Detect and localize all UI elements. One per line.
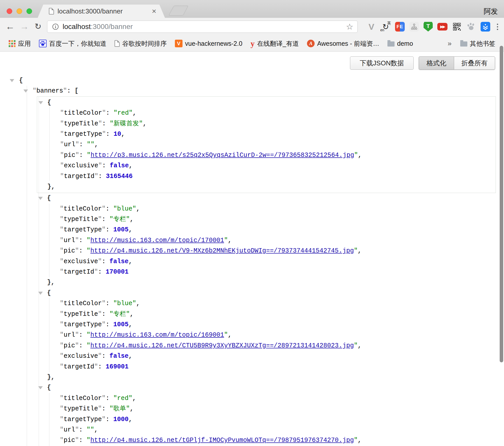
json-token: "专栏" [109,310,130,318]
json-link[interactable]: http://p4.music.126.net/V9-MXz6b2MNhEKju… [90,247,354,255]
json-link[interactable]: http://music.163.com/m/topic/169001 [90,331,224,339]
json-token: " [60,321,64,328]
json-link[interactable]: http://p3.music.126.net/s25q2x5QyqsAzilC… [91,152,354,159]
json-token: " [60,258,64,265]
format-button[interactable]: 格式化 [419,56,454,70]
json-link[interactable]: http://music.163.com/m/topic/170001 [90,237,224,244]
json-token: }, [47,374,55,381]
forward-icon[interactable]: → [20,21,29,32]
json-token: url [64,426,75,434]
json-token: " [60,205,64,213]
json-token: 169001 [106,363,129,370]
json-token: , [94,141,98,148]
fe-extension-icon[interactable]: FE [395,22,405,32]
bookmark-google-sort[interactable]: 谷歌按时间排序 [113,39,169,48]
close-window-button[interactable] [7,8,12,14]
tab-close-icon[interactable]: × [152,7,156,15]
json-line: "pic": "http://p4.music.126.net/tGPljf-I… [0,435,504,445]
json-line: { [0,382,504,393]
json-token: " [75,342,79,349]
json-token: " [354,247,358,255]
json-link[interactable]: http://p4.music.126.net/tGPljf-IMOCyPvum… [90,437,354,444]
collapse-toggle-icon[interactable] [38,386,43,389]
json-token: " [60,395,64,402]
json-line: }, [0,277,504,288]
back-icon[interactable]: ← [6,21,15,32]
json-token: " [60,162,64,169]
json-line: "exclusive": false, [37,160,496,171]
browser-tab[interactable]: localhost:3000/banner × [38,5,165,18]
json-token: "专栏" [109,216,130,223]
other-bookmarks-folder[interactable]: 其他书签 [458,39,497,48]
collapse-toggle-icon[interactable] [38,292,43,295]
new-tab-button[interactable] [168,6,188,16]
reload-icon[interactable]: ↻ [35,21,41,32]
json-line: "pic": "http://p3.music.126.net/s25q2x5Q… [37,150,496,160]
address-bar[interactable]: i localhost:3000/banner ☆ [47,21,358,33]
json-line: "titleColor": "red", [37,108,496,118]
page-info-icon[interactable]: i [52,24,59,30]
downloader-icon[interactable] [481,22,490,32]
bookmark-star-icon[interactable]: ☆ [346,22,353,32]
json-token: " [224,237,228,244]
qr-code-icon[interactable] [452,22,462,32]
json-token: , [94,426,98,434]
bookmark-label: 应用 [18,39,31,48]
json-token: " [75,141,79,148]
json-token: : [106,130,114,138]
collapse-toggle-icon[interactable] [38,197,43,200]
url-text[interactable]: localhost:3000/banner [63,23,133,31]
json-token: : [106,205,113,213]
shield-t-icon[interactable]: T [424,22,433,32]
json-line: "url": "http://music.163.com/m/topic/170… [0,235,504,246]
bookmark-youdao[interactable]: y 在线翻译_有道 [248,39,301,48]
youdao-y-icon: y [250,39,255,48]
json-token: "red" [114,109,133,117]
bookmark-demo-folder[interactable]: demo [385,40,415,47]
json-token: " [94,173,98,180]
bookmark-label: 其他书签 [470,39,495,48]
bookmark-baidu[interactable]: 百度一下，你就知道 [37,39,108,48]
json-token: : [106,416,113,423]
json-token: typeTitle [64,216,98,223]
collapse-all-button[interactable]: 折叠所有 [454,56,495,70]
json-link[interactable]: http://p4.music.126.net/CTU5B9R9y3XyYBZX… [90,342,354,349]
bookmark-awesomes[interactable]: A Awesomes - 前端资… [305,39,381,48]
minimize-window-button[interactable] [17,8,22,14]
collapse-toggle-icon[interactable] [23,90,28,93]
json-line: "titleColor": "red", [0,393,504,404]
translate-top-char: 英 [387,21,391,26]
json-token: targetType [64,416,102,423]
paw-icon[interactable] [466,22,476,32]
json-token: url [64,141,75,148]
sitemap-icon[interactable] [409,22,419,32]
json-token: 3165446 [106,173,133,180]
collapse-toggle-icon[interactable] [10,79,14,82]
fast-forward-icon[interactable]: ▶▶ [437,23,447,31]
json-token: " [75,437,79,444]
json-token: typeTitle [64,120,98,127]
vue-devtools-icon[interactable]: V [367,22,376,32]
translate-icon[interactable]: ↻英en [381,22,390,32]
json-line: "url": "http://music.163.com/m/topic/169… [0,330,504,340]
json-token: : [106,226,113,233]
bookmarks-overflow-chevron[interactable]: » [445,39,454,48]
bookmark-apps[interactable]: 应用 [7,39,33,48]
collapse-toggle-icon[interactable] [38,101,43,104]
indent-guide [49,107,50,181]
zoom-window-button[interactable] [26,8,32,14]
json-token: : [106,395,113,402]
json-token: false [109,352,129,360]
json-token: : [102,405,109,412]
json-token: " [60,247,64,255]
json-token: : [106,109,114,117]
json-token: titleColor [64,205,102,213]
bookmark-vue-hackernews[interactable]: V vue-hackernews-2.0 [173,40,244,47]
json-token: " [60,226,64,233]
json-token: : [79,247,87,255]
download-json-button[interactable]: 下载JSON数据 [350,56,414,70]
browser-menu-icon[interactable] [495,22,500,32]
json-token: : [106,300,113,307]
json-line: { [0,193,504,203]
scrollbar-thumb[interactable] [500,46,503,362]
